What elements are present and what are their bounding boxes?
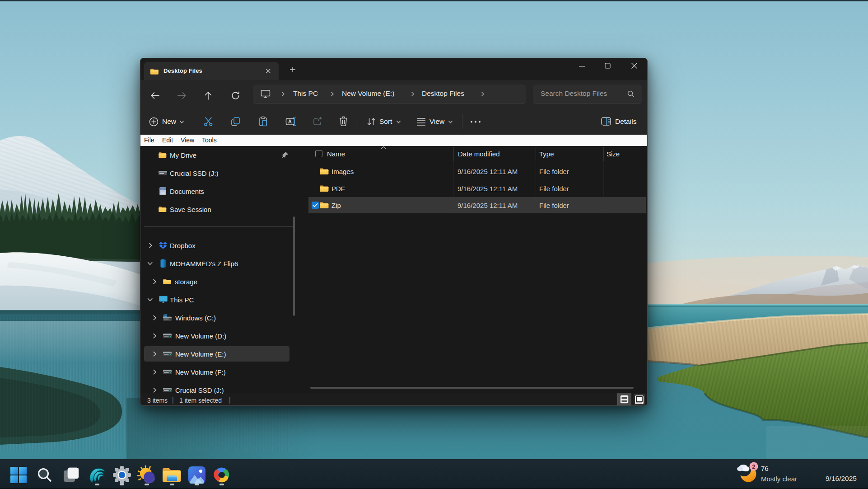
svg-text:2: 2	[752, 463, 756, 470]
